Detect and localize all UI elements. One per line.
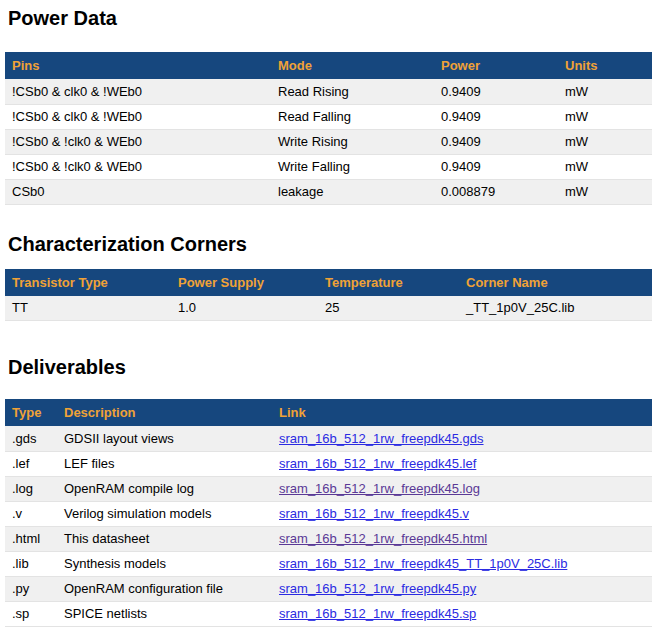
column-header-temperature: Temperature [318, 269, 459, 296]
cell-description: Verilog simulation models [57, 501, 272, 526]
cell-description: GDSII layout views [57, 426, 272, 451]
cell-pins: !CSb0 & clk0 & !WEb0 [5, 79, 271, 104]
deliverables-table-row: .pyOpenRAM configuration filesram_16b_51… [5, 576, 652, 601]
cell-power: 0.008879 [434, 179, 558, 204]
corners-table-header-row: Transistor Type Power Supply Temperature… [5, 269, 652, 296]
cell-type: .lef [5, 451, 57, 476]
cell-link: sram_16b_512_1rw_freepdk45.py [272, 576, 652, 601]
deliverables-table-row: .lefLEF filessram_16b_512_1rw_freepdk45.… [5, 451, 652, 476]
cell-power-supply: 1.0 [171, 296, 318, 321]
cell-pins: !CSb0 & clk0 & !WEb0 [5, 104, 271, 129]
cell-mode: leakage [271, 179, 434, 204]
column-header-transistor-type: Transistor Type [5, 269, 171, 296]
deliverable-file-link[interactable]: sram_16b_512_1rw_freepdk45.sp [279, 606, 476, 621]
cell-description: Synthesis models [57, 551, 272, 576]
cell-power: 0.9409 [434, 79, 558, 104]
column-header-type: Type [5, 399, 57, 426]
cell-mode: Read Rising [271, 79, 434, 104]
deliverable-file-link[interactable]: sram_16b_512_1rw_freepdk45.log [279, 481, 480, 496]
cell-type: .html [5, 526, 57, 551]
cell-type: .gds [5, 426, 57, 451]
cell-description: OpenRAM configuration file [57, 576, 272, 601]
cell-link: sram_16b_512_1rw_freepdk45.html [272, 526, 652, 551]
cell-mode: Write Rising [271, 129, 434, 154]
deliverables-table-row: .spSPICE netlistssram_16b_512_1rw_freepd… [5, 601, 652, 626]
deliverables-table-header-row: Type Description Link [5, 399, 652, 426]
characterization-corners-heading: Characterization Corners [8, 232, 652, 256]
cell-pins: CSb0 [5, 179, 271, 204]
column-header-power-supply: Power Supply [171, 269, 318, 296]
power-table-header-row: Pins Mode Power Units [5, 52, 652, 79]
cell-units: mW [558, 79, 652, 104]
cell-description: LEF files [57, 451, 272, 476]
deliverables-table-row: .vVerilog simulation modelssram_16b_512_… [5, 501, 652, 526]
cell-mode: Write Falling [271, 154, 434, 179]
cell-type: .v [5, 501, 57, 526]
datasheet-page: Power Data Pins Mode Power Units !CSb0 &… [0, 0, 660, 627]
cell-description: This datasheet [57, 526, 272, 551]
cell-pins: !CSb0 & !clk0 & WEb0 [5, 154, 271, 179]
column-header-power: Power [434, 52, 558, 79]
column-header-mode: Mode [271, 52, 434, 79]
cell-power: 0.9409 [434, 104, 558, 129]
cell-link: sram_16b_512_1rw_freepdk45.lef [272, 451, 652, 476]
cell-pins: !CSb0 & !clk0 & WEb0 [5, 129, 271, 154]
cell-units: mW [558, 129, 652, 154]
deliverable-file-link[interactable]: sram_16b_512_1rw_freepdk45.lef [279, 456, 476, 471]
cell-mode: Read Falling [271, 104, 434, 129]
cell-units: mW [558, 104, 652, 129]
cell-corner-name: _TT_1p0V_25C.lib [459, 296, 652, 321]
cell-description: SPICE netlists [57, 601, 272, 626]
cell-link: sram_16b_512_1rw_freepdk45.v [272, 501, 652, 526]
cell-link: sram_16b_512_1rw_freepdk45.sp [272, 601, 652, 626]
deliverables-table: Type Description Link .gdsGDSII layout v… [5, 399, 652, 627]
cell-link: sram_16b_512_1rw_freepdk45_TT_1p0V_25C.l… [272, 551, 652, 576]
cell-type: .sp [5, 601, 57, 626]
deliverables-table-row: .gdsGDSII layout viewssram_16b_512_1rw_f… [5, 426, 652, 451]
power-table-row: !CSb0 & !clk0 & WEb0Write Rising0.9409mW [5, 129, 652, 154]
characterization-corners-table: Transistor Type Power Supply Temperature… [5, 269, 652, 322]
column-header-description: Description [57, 399, 272, 426]
deliverables-table-row: .libSynthesis modelssram_16b_512_1rw_fre… [5, 551, 652, 576]
cell-power: 0.9409 [434, 154, 558, 179]
cell-description: OpenRAM compile log [57, 476, 272, 501]
cell-link: sram_16b_512_1rw_freepdk45.log [272, 476, 652, 501]
cell-link: sram_16b_512_1rw_freepdk45.gds [272, 426, 652, 451]
cell-transistor-type: TT [5, 296, 171, 321]
column-header-corner-name: Corner Name [459, 269, 652, 296]
deliverables-heading: Deliverables [8, 355, 652, 379]
deliverable-file-link[interactable]: sram_16b_512_1rw_freepdk45.gds [279, 431, 484, 446]
power-data-table: Pins Mode Power Units !CSb0 & clk0 & !WE… [5, 52, 652, 205]
deliverable-file-link[interactable]: sram_16b_512_1rw_freepdk45.html [279, 531, 487, 546]
cell-units: mW [558, 154, 652, 179]
cell-type: .log [5, 476, 57, 501]
column-header-units: Units [558, 52, 652, 79]
power-table-row: !CSb0 & !clk0 & WEb0Write Falling0.9409m… [5, 154, 652, 179]
power-table-row: CSb0leakage0.008879mW [5, 179, 652, 204]
cell-temperature: 25 [318, 296, 459, 321]
deliverable-file-link[interactable]: sram_16b_512_1rw_freepdk45.py [279, 581, 476, 596]
power-data-heading: Power Data [8, 6, 652, 30]
power-table-row: !CSb0 & clk0 & !WEb0Read Falling0.9409mW [5, 104, 652, 129]
deliverable-file-link[interactable]: sram_16b_512_1rw_freepdk45.v [279, 506, 469, 521]
deliverables-table-row: .htmlThis datasheetsram_16b_512_1rw_free… [5, 526, 652, 551]
power-table-row: !CSb0 & clk0 & !WEb0Read Rising0.9409mW [5, 79, 652, 104]
deliverable-file-link[interactable]: sram_16b_512_1rw_freepdk45_TT_1p0V_25C.l… [279, 556, 567, 571]
cell-type: .py [5, 576, 57, 601]
cell-power: 0.9409 [434, 129, 558, 154]
corners-table-row: TT1.025_TT_1p0V_25C.lib [5, 296, 652, 321]
cell-type: .lib [5, 551, 57, 576]
column-header-pins: Pins [5, 52, 271, 79]
deliverables-table-row: .logOpenRAM compile logsram_16b_512_1rw_… [5, 476, 652, 501]
cell-units: mW [558, 179, 652, 204]
column-header-link: Link [272, 399, 652, 426]
